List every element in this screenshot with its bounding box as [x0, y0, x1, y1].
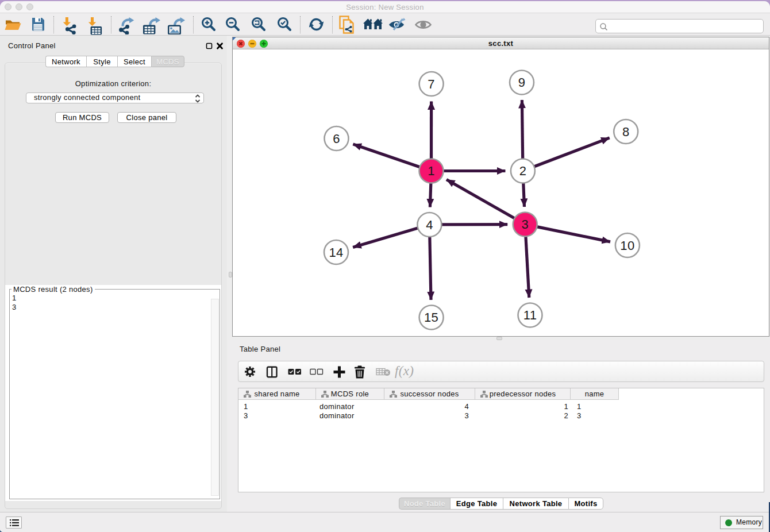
svg-text:8: 8	[622, 125, 630, 139]
svg-text:10: 10	[620, 238, 634, 253]
svg-text:3: 3	[521, 217, 529, 232]
svg-text:4: 4	[426, 218, 433, 232]
svg-text:11: 11	[523, 308, 537, 322]
svg-text:2: 2	[519, 164, 527, 178]
svg-text:6: 6	[333, 132, 340, 146]
svg-text:15: 15	[424, 310, 438, 325]
svg-text:14: 14	[329, 245, 343, 260]
svg-text:9: 9	[518, 75, 526, 90]
svg-text:1: 1	[428, 164, 435, 178]
svg-text:7: 7	[428, 77, 435, 91]
